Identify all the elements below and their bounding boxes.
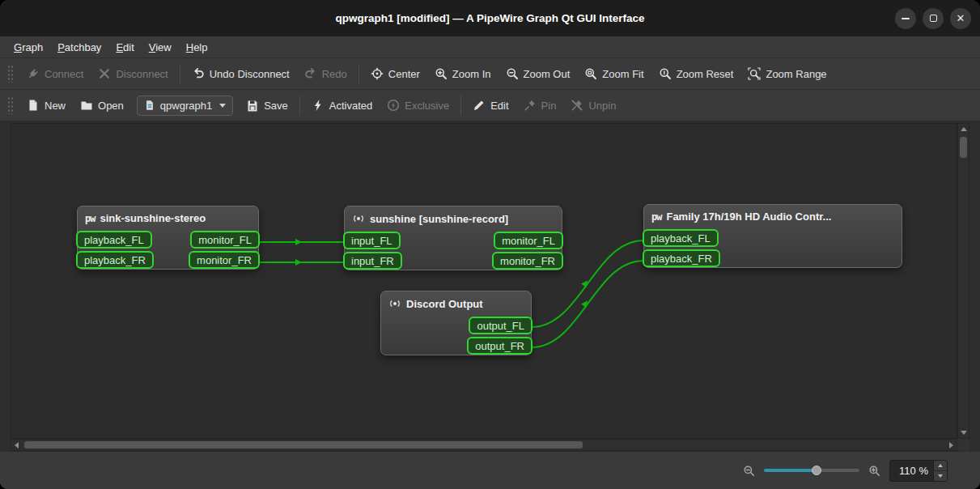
menu-patchbay[interactable]: Patchbay <box>50 38 108 57</box>
spin-up-icon <box>938 464 943 467</box>
zoom-step-up-button[interactable] <box>934 461 947 470</box>
unpin-icon <box>571 99 583 112</box>
connect-button[interactable]: Connect <box>19 62 91 85</box>
audio-output-port[interactable]: output_FL <box>469 317 532 334</box>
audio-input-port[interactable]: input_FR <box>343 252 402 270</box>
audio-output-port[interactable]: monitor_FR <box>492 252 563 270</box>
node-sunshine-record[interactable]: sunshine [sunshine-record] input_FL moni… <box>344 206 562 270</box>
disconnect-button[interactable]: Disconnect <box>91 62 175 85</box>
audio-output-port[interactable]: monitor_FL <box>494 232 563 249</box>
audio-output-port[interactable]: output_FR <box>467 337 532 355</box>
activated-label: Activated <box>329 100 372 112</box>
edit-button[interactable]: Edit <box>465 94 515 117</box>
close-icon: ✕ <box>957 12 965 24</box>
horizontal-scrollbar-thumb[interactable] <box>24 441 583 449</box>
zoom-reset-icon <box>659 67 672 80</box>
menu-help[interactable]: Help <box>179 38 215 57</box>
central-area: pw sink-sunshine-stereo playback_FL moni… <box>0 121 980 451</box>
audio-input-port[interactable]: input_FL <box>343 232 401 249</box>
toolbar-separator <box>460 96 461 115</box>
stream-icon <box>388 297 401 310</box>
scroll-up-arrow[interactable] <box>958 124 969 134</box>
chevron-down-icon <box>219 104 226 108</box>
center-button[interactable]: Center <box>363 62 427 85</box>
horizontal-scrollbar[interactable] <box>11 439 957 451</box>
audio-input-port[interactable]: playback_FR <box>76 251 154 269</box>
activated-button[interactable]: Activated <box>304 94 380 117</box>
zoom-reset-button[interactable]: Zoom Reset <box>651 62 741 85</box>
graph-canvas[interactable]: pw sink-sunshine-stereo playback_FL moni… <box>11 123 957 439</box>
audio-input-port[interactable]: playback_FL <box>76 231 152 249</box>
minimize-button[interactable] <box>895 8 916 29</box>
zoom-slider[interactable] <box>764 463 859 478</box>
redo-button[interactable]: Redo <box>297 62 354 85</box>
zoom-slider-handle[interactable] <box>812 466 821 475</box>
minimize-icon <box>902 18 910 19</box>
node-sink-sunshine-stereo[interactable]: pw sink-sunshine-stereo playback_FL moni… <box>77 206 259 270</box>
menu-edit[interactable]: Edit <box>108 38 141 57</box>
zoom-range-label: Zoom Range <box>766 68 826 80</box>
exclusive-button[interactable]: Exclusive <box>380 94 456 117</box>
audio-input-port[interactable]: playback_FL <box>643 229 719 247</box>
zoom-range-button[interactable]: Zoom Range <box>740 62 834 85</box>
save-label: Save <box>264 100 288 112</box>
zoom-spinbox[interactable]: 110 % <box>889 460 948 482</box>
pin-button[interactable]: Pin <box>516 94 564 117</box>
node-discord-output[interactable]: Discord Output output_FL output_FR <box>380 291 532 355</box>
menu-view[interactable]: View <box>142 38 179 57</box>
audio-output-port[interactable]: monitor_FR <box>189 251 260 269</box>
save-icon <box>246 99 259 112</box>
scroll-right-arrow[interactable] <box>946 440 957 450</box>
connect-icon <box>27 67 40 80</box>
pipewire-icon: pw <box>85 214 95 223</box>
node-family-hd-audio[interactable]: pw Family 17h/19h HD Audio Contr... play… <box>643 204 902 268</box>
toolbar-grip-handle[interactable] <box>7 65 14 83</box>
window-title: qpwgraph1 [modified] — A PipeWire Graph … <box>335 12 644 24</box>
zoom-fit-button[interactable]: Zoom Fit <box>577 62 651 85</box>
scroll-down-arrow[interactable] <box>958 427 969 438</box>
zoom-in-button[interactable]: Zoom In <box>427 62 498 85</box>
app-window: qpwgraph1 [modified] — A PipeWire Graph … <box>0 0 980 489</box>
toolbar-grip-handle[interactable] <box>7 96 14 114</box>
titlebar: qpwgraph1 [modified] — A PipeWire Graph … <box>0 0 980 36</box>
audio-output-port[interactable]: monitor_FL <box>190 231 260 249</box>
disconnect-icon <box>98 67 111 80</box>
node-title-bar: sunshine [sunshine-record] <box>345 206 562 229</box>
zoom-reset-label: Zoom Reset <box>677 68 734 80</box>
zoom-out-button[interactable]: Zoom Out <box>498 62 578 85</box>
scroll-left-arrow[interactable] <box>11 440 22 450</box>
open-button[interactable]: Open <box>73 94 131 117</box>
save-button[interactable]: Save <box>239 94 295 117</box>
zoom-in-label: Zoom In <box>452 68 491 80</box>
new-file-icon <box>27 99 40 112</box>
spin-down-icon <box>938 474 943 478</box>
maximize-icon <box>930 15 937 22</box>
patchbay-file-name: qpwgraph1 <box>160 100 212 112</box>
zoom-range-icon <box>748 67 761 80</box>
vertical-scrollbar-thumb[interactable] <box>960 137 967 158</box>
vertical-scrollbar[interactable] <box>957 123 969 439</box>
connect-label: Connect <box>45 68 83 80</box>
audio-input-port[interactable]: playback_FR <box>643 249 720 267</box>
undo-disconnect-button[interactable]: Undo Disconnect <box>185 62 297 85</box>
edge-arrow-icon <box>581 279 590 287</box>
node-title: Discord Output <box>406 298 483 310</box>
redo-label: Redo <box>322 68 347 80</box>
node-title: sink-sunshine-stereo <box>100 212 206 224</box>
zoom-fit-icon <box>584 67 597 80</box>
stream-icon <box>352 212 365 225</box>
zoom-in-icon <box>435 67 448 80</box>
zoom-in-small-icon <box>868 465 880 477</box>
edge-output-fr-to-playback-fr <box>532 261 643 347</box>
edit-pencil-icon <box>473 99 486 112</box>
menubar: Graph Patchbay Edit View Help <box>0 36 980 58</box>
zoom-step-down-button[interactable] <box>934 470 947 481</box>
unpin-label: Unpin <box>588 100 616 112</box>
menu-graph[interactable]: Graph <box>6 38 50 57</box>
new-button[interactable]: New <box>19 94 73 117</box>
disconnect-label: Disconnect <box>116 68 168 80</box>
maximize-button[interactable] <box>923 8 944 29</box>
unpin-button[interactable]: Unpin <box>563 94 623 117</box>
patchbay-file-combo[interactable]: qpwgraph1 <box>137 96 233 116</box>
close-button[interactable]: ✕ <box>950 8 971 29</box>
